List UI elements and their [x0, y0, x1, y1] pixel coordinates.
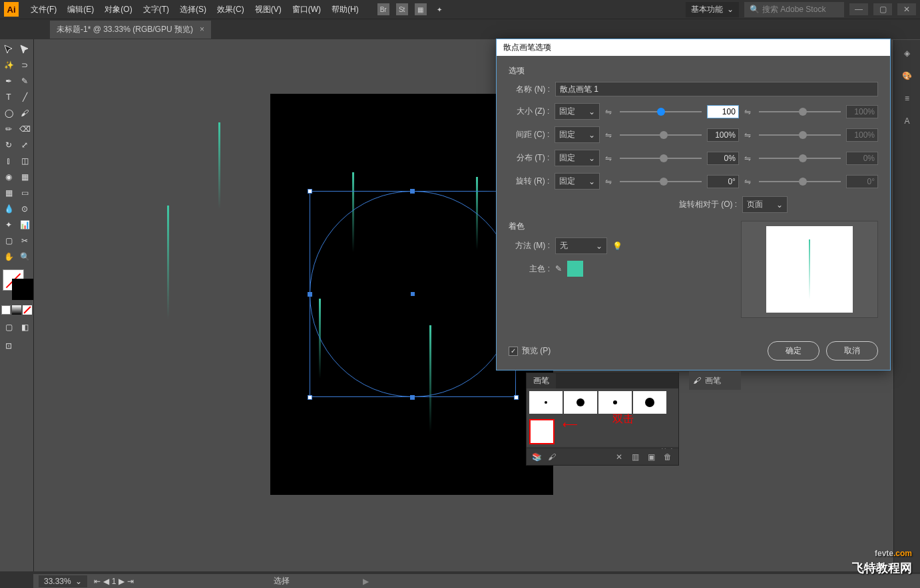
- stock-icon[interactable]: St: [396, 3, 408, 15]
- paintbrush-tool[interactable]: 🖌: [17, 106, 32, 120]
- brush-swatch[interactable]: [633, 391, 666, 414]
- menu-file[interactable]: 文件(F): [25, 4, 62, 15]
- gpu-icon[interactable]: ✦: [433, 3, 445, 15]
- panel-icon[interactable]: 🎨: [898, 67, 917, 85]
- flip-icon[interactable]: ⇋: [744, 154, 754, 163]
- scatter-slider[interactable]: [620, 153, 702, 164]
- selection-tool[interactable]: [1, 42, 16, 57]
- options-icon[interactable]: ▥: [632, 452, 641, 462]
- spacing-slider[interactable]: [620, 130, 702, 140]
- color-gradient[interactable]: [12, 305, 21, 315]
- keycolor-swatch[interactable]: [567, 261, 583, 277]
- panel-icon[interactable]: A: [898, 112, 917, 130]
- flip-icon[interactable]: ⇋: [605, 154, 614, 163]
- menu-view[interactable]: 视图(V): [250, 4, 287, 15]
- rotation-mode-select[interactable]: 固定⌄: [555, 173, 599, 190]
- scatter-value-input[interactable]: 0%: [707, 152, 739, 165]
- window-maximize[interactable]: ▢: [873, 3, 892, 15]
- draw-behind[interactable]: ◧: [17, 320, 32, 335]
- brushes-tab[interactable]: 画笔: [527, 373, 556, 388]
- gradient-tool[interactable]: ▭: [17, 186, 32, 200]
- brush-libraries-icon[interactable]: 🖌: [548, 452, 557, 462]
- draw-normal[interactable]: ▢: [1, 320, 16, 335]
- document-tab[interactable]: 未标题-1* @ 33.33% (RGB/GPU 预览) ×: [50, 21, 211, 39]
- eyedropper-icon[interactable]: ✎: [555, 264, 562, 273]
- menu-help[interactable]: 帮助(H): [326, 4, 364, 15]
- screen-mode[interactable]: ⊡: [1, 339, 16, 353]
- flip-icon[interactable]: ⇋: [744, 130, 754, 140]
- fill-stroke-indicator[interactable]: [1, 269, 32, 301]
- rotation-value-input[interactable]: 0°: [707, 175, 739, 188]
- size-slider[interactable]: [620, 106, 702, 117]
- rotate-relative-select[interactable]: 页面⌄: [742, 196, 788, 213]
- artboard-nav[interactable]: ⇤◀1▶⇥: [94, 577, 134, 586]
- delete-brush-icon[interactable]: 🗑: [664, 452, 673, 462]
- color-white[interactable]: [1, 305, 11, 315]
- slice-tool[interactable]: ✂: [17, 233, 32, 248]
- rotation-slider[interactable]: [620, 176, 702, 187]
- flip-icon[interactable]: ⇋: [605, 107, 614, 116]
- mesh-tool[interactable]: ▦: [1, 186, 16, 200]
- size-mode-select[interactable]: 固定⌄: [555, 103, 599, 120]
- rotate-tool[interactable]: ↻: [1, 138, 16, 152]
- ok-button[interactable]: 确定: [768, 341, 819, 361]
- magic-wand-tool[interactable]: ✨: [1, 58, 16, 73]
- blend-tool[interactable]: ⊙: [17, 202, 32, 216]
- scroll-right-icon[interactable]: ▶: [363, 577, 369, 586]
- line-tool[interactable]: ╱: [17, 90, 32, 104]
- flip-icon[interactable]: ⇋: [744, 177, 754, 186]
- new-brush-icon[interactable]: ▣: [648, 452, 657, 462]
- menu-window[interactable]: 窗口(W): [287, 4, 326, 15]
- panel-icon[interactable]: ◈: [898, 44, 917, 63]
- menu-effect[interactable]: 效果(C): [212, 4, 250, 15]
- spacing-value-input[interactable]: 100%: [707, 128, 739, 142]
- zoom-tool[interactable]: 🔍: [17, 249, 32, 264]
- panel-icon[interactable]: ≡: [898, 89, 917, 108]
- eyedropper-tool[interactable]: 💧: [1, 202, 16, 216]
- menu-object[interactable]: 对象(O): [99, 4, 137, 15]
- tip-icon[interactable]: 💡: [612, 241, 622, 251]
- brush-swatch[interactable]: [529, 391, 563, 414]
- color-none[interactable]: [23, 305, 32, 315]
- curvature-tool[interactable]: ✎: [17, 74, 32, 88]
- scale-tool[interactable]: ⤢: [17, 138, 32, 152]
- zoom-dropdown[interactable]: 33.33%⌄: [39, 575, 87, 587]
- arrange-icon[interactable]: ▦: [415, 3, 427, 15]
- flip-icon[interactable]: ⇋: [605, 177, 614, 186]
- symbol-sprayer-tool[interactable]: ✦: [1, 218, 16, 232]
- brushes-panel-collapsed[interactable]: 🖌画笔: [689, 371, 741, 390]
- stroke-swatch[interactable]: [12, 279, 33, 300]
- menu-edit[interactable]: 编辑(E): [62, 4, 99, 15]
- workspace-dropdown[interactable]: 基本功能⌄: [686, 2, 739, 17]
- cancel-button[interactable]: 取消: [826, 341, 878, 361]
- window-close[interactable]: ✕: [897, 3, 916, 15]
- width-tool[interactable]: ⫿: [1, 154, 16, 168]
- remove-stroke-icon[interactable]: ✕: [616, 452, 625, 462]
- hand-tool[interactable]: ✋: [1, 249, 16, 264]
- name-input[interactable]: [555, 82, 878, 96]
- graph-tool[interactable]: 📊: [17, 218, 32, 232]
- perspective-tool[interactable]: ▦: [17, 170, 32, 184]
- flip-icon[interactable]: ⇋: [605, 130, 614, 140]
- menu-select[interactable]: 选择(S): [174, 4, 212, 15]
- artboard-tool[interactable]: ▢: [1, 233, 16, 248]
- pencil-tool[interactable]: ✏: [1, 122, 16, 136]
- size-value-input[interactable]: 100: [707, 105, 739, 118]
- tab-close-icon[interactable]: ×: [200, 25, 204, 34]
- library-icon[interactable]: 📚: [532, 452, 541, 462]
- brush-swatch[interactable]: [564, 391, 597, 414]
- preview-checkbox[interactable]: 预览 (P): [509, 345, 551, 357]
- search-input[interactable]: 🔍搜索 Adobe Stock: [744, 2, 844, 17]
- type-tool[interactable]: T: [1, 90, 16, 104]
- pen-tool[interactable]: ✒: [1, 74, 16, 88]
- shape-builder-tool[interactable]: ◉: [1, 170, 16, 184]
- brush-swatch[interactable]: [598, 391, 632, 414]
- window-minimize[interactable]: —: [849, 3, 868, 15]
- eraser-tool[interactable]: ⌫: [17, 122, 32, 136]
- flip-icon[interactable]: ⇋: [744, 107, 754, 116]
- method-select[interactable]: 无⌄: [555, 237, 607, 254]
- lasso-tool[interactable]: ⊃: [17, 58, 32, 73]
- free-transform-tool[interactable]: ◫: [17, 154, 32, 168]
- menu-text[interactable]: 文字(T): [138, 4, 174, 15]
- selected-brush[interactable]: [529, 419, 555, 444]
